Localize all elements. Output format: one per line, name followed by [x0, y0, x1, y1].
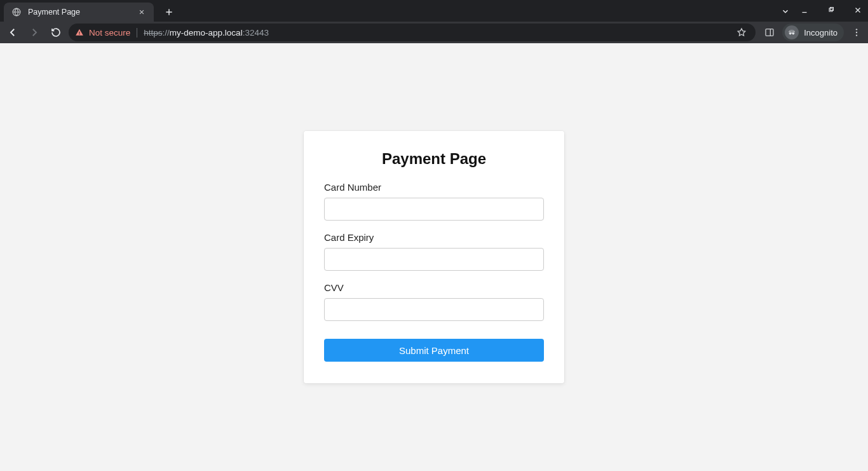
address-bar[interactable]: Not secure https://my-demo-app.local:324…: [69, 24, 756, 41]
url-port: 32443: [245, 28, 269, 38]
tabs-dropdown-button[interactable]: [778, 4, 793, 19]
label-cvv: CVV: [324, 282, 544, 293]
submit-payment-button[interactable]: Submit Payment: [324, 339, 544, 362]
browser-tab-active[interactable]: Payment Page: [4, 3, 154, 22]
kebab-menu-button[interactable]: [849, 25, 864, 40]
bookmark-star-button[interactable]: [734, 25, 749, 40]
url-scheme: https: [144, 28, 162, 38]
close-tab-button[interactable]: [136, 6, 147, 18]
input-card-expiry[interactable]: [324, 248, 544, 271]
field-cvv: CVV: [324, 282, 544, 321]
input-card-number[interactable]: [324, 198, 544, 221]
svg-point-8: [856, 34, 857, 36]
security-indicator[interactable]: Not secure: [75, 28, 137, 38]
svg-point-6: [856, 29, 857, 30]
tab-strip: Payment Page: [0, 0, 868, 22]
warning-triangle-icon: [75, 28, 84, 37]
minimize-window-button[interactable]: [797, 3, 812, 18]
incognito-badge[interactable]: Incognito: [782, 24, 844, 41]
incognito-label: Incognito: [804, 28, 837, 38]
label-card-expiry: Card Expiry: [324, 232, 544, 243]
tab-title: Payment Page: [28, 8, 130, 17]
close-window-button[interactable]: [850, 3, 865, 18]
url-separator: ://: [163, 28, 170, 38]
forward-button[interactable]: [25, 24, 43, 41]
security-label: Not secure: [89, 28, 130, 38]
page-body: Payment Page Card Number Card Expiry CVV…: [0, 43, 868, 471]
window-controls: [797, 3, 865, 18]
url-host: my-demo-app.local: [170, 28, 243, 38]
input-cvv[interactable]: [324, 298, 544, 321]
incognito-icon: [785, 25, 799, 39]
page-title: Payment Page: [324, 150, 544, 168]
reload-button[interactable]: [47, 24, 65, 41]
svg-point-4: [789, 32, 791, 34]
field-card-number: Card Number: [324, 182, 544, 221]
globe-icon: [11, 7, 22, 17]
field-card-expiry: Card Expiry: [324, 232, 544, 271]
new-tab-button[interactable]: [160, 3, 178, 21]
svg-rect-2: [831, 8, 834, 11]
svg-rect-1: [829, 8, 832, 11]
label-card-number: Card Number: [324, 182, 544, 193]
url-text: https://my-demo-app.local:32443: [144, 28, 269, 38]
svg-rect-3: [766, 29, 773, 36]
side-panel-button[interactable]: [762, 25, 777, 40]
toolbar-right-icons: Incognito: [762, 24, 864, 41]
svg-point-7: [856, 32, 857, 33]
browser-toolbar: Not secure https://my-demo-app.local:324…: [0, 22, 868, 43]
browser-chrome: Payment Page: [0, 0, 868, 43]
svg-point-5: [792, 32, 794, 34]
back-button[interactable]: [4, 24, 22, 41]
payment-card: Payment Page Card Number Card Expiry CVV…: [304, 131, 564, 383]
maximize-window-button[interactable]: [824, 3, 839, 18]
